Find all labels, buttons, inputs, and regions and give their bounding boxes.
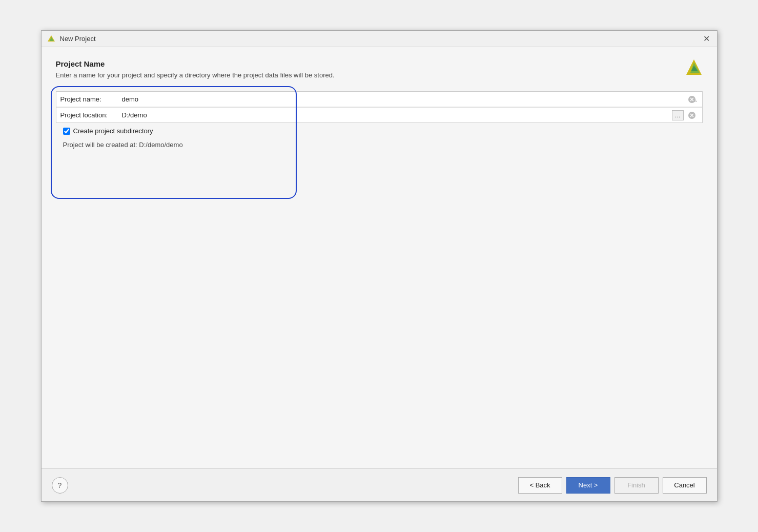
- project-location-clear-btn[interactable]: [688, 111, 696, 119]
- app-icon-large: [683, 57, 705, 79]
- help-button[interactable]: ?: [52, 477, 68, 494]
- title-bar: New Project ✕: [42, 31, 717, 47]
- title-bar-left: New Project: [47, 34, 96, 44]
- project-name-row: Project name: ⚠: [56, 92, 702, 107]
- bottom-bar: ? < Back Next > Finish Cancel: [42, 468, 717, 501]
- project-path-info: Project will be created at: D:/demo/demo: [56, 139, 703, 153]
- create-subdirectory-row: Create project subdirectory: [56, 123, 703, 139]
- project-location-input[interactable]: [122, 111, 698, 119]
- content-area: Project Name Enter a name for your proje…: [42, 47, 717, 468]
- project-location-label: Project location:: [60, 111, 122, 119]
- project-name-input-wrap: ⚠: [122, 95, 698, 103]
- bottom-right: < Back Next > Finish Cancel: [518, 477, 707, 494]
- project-location-input-wrap: …: [122, 111, 698, 119]
- create-subdirectory-checkbox[interactable]: [63, 128, 70, 135]
- cancel-button[interactable]: Cancel: [663, 477, 707, 494]
- section-title: Project Name: [56, 59, 703, 68]
- project-location-row: Project location: …: [56, 108, 702, 122]
- form-container: Project name: ⚠: [56, 91, 703, 153]
- project-name-label: Project name:: [60, 95, 122, 103]
- app-logo-icon: [47, 34, 56, 44]
- bottom-left: ?: [52, 477, 68, 494]
- project-name-clear-btn[interactable]: [688, 95, 696, 104]
- project-name-input[interactable]: [122, 95, 698, 103]
- create-subdirectory-label[interactable]: Create project subdirectory: [73, 127, 153, 135]
- back-button[interactable]: < Back: [518, 477, 562, 494]
- browse-button[interactable]: …: [672, 110, 684, 120]
- new-project-dialog: New Project ✕ Project Name Enter a name …: [41, 30, 718, 502]
- window-title: New Project: [60, 35, 96, 43]
- finish-button[interactable]: Finish: [614, 477, 659, 494]
- next-button[interactable]: Next >: [566, 477, 610, 494]
- form-section: Project name: ⚠: [56, 91, 703, 123]
- close-button[interactable]: ✕: [701, 35, 712, 43]
- section-subtitle: Enter a name for your project and specif…: [56, 71, 703, 79]
